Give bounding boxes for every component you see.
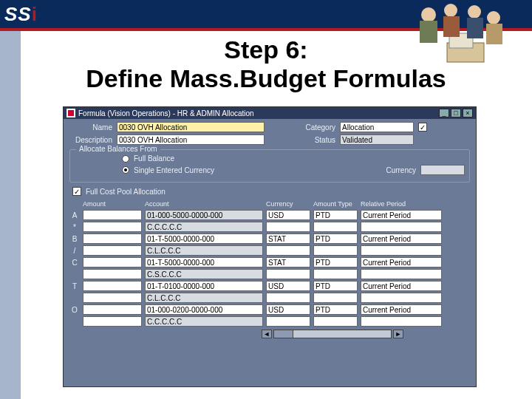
window-title: Formula (Vision Operations) - HR & ADMIN… (78, 109, 437, 117)
full-balance-radio[interactable] (122, 155, 129, 163)
amount-cell[interactable] (83, 281, 142, 291)
amount-cell[interactable] (83, 245, 142, 256)
period-cell[interactable]: Current Period (361, 210, 442, 220)
col-currency: Currency (266, 200, 310, 208)
account-cell[interactable]: 01-000-5000-0000-000 (145, 210, 263, 220)
account-cell[interactable]: C.L.C.C.C (145, 293, 263, 303)
currency-cell[interactable] (266, 245, 310, 256)
currency-cell[interactable]: USD (266, 210, 310, 220)
period-cell[interactable] (361, 245, 442, 256)
minimize-button[interactable]: _ (439, 109, 449, 117)
category-field[interactable]: Allocation (340, 122, 414, 132)
allocate-legend: Allocate Balances From (76, 145, 160, 153)
account-cell[interactable]: 01-T-0100-0000-000 (145, 281, 263, 291)
type-cell[interactable]: PTD (313, 281, 358, 291)
single-entered-label: Single Entered Currency (134, 166, 252, 174)
full-cost-checkbox[interactable]: ✓ (72, 187, 81, 196)
period-cell[interactable] (361, 316, 442, 327)
scroll-left-button[interactable]: ◄ (262, 330, 272, 338)
left-strip (0, 31, 21, 399)
type-cell[interactable]: PTD (313, 304, 358, 315)
scroll-track[interactable] (273, 330, 392, 338)
row-lab: * (69, 223, 80, 231)
people-illustration (406, 0, 510, 66)
currency-cell[interactable] (266, 269, 310, 279)
amount-cell[interactable] (83, 304, 142, 315)
row-lab: T (69, 282, 80, 290)
category-checkbox[interactable]: ✓ (418, 123, 427, 132)
account-cell[interactable]: C.C.C.C.C (145, 316, 263, 327)
type-cell[interactable] (313, 222, 358, 232)
single-entered-radio[interactable] (122, 166, 129, 174)
type-cell[interactable] (313, 269, 358, 279)
allocate-section: Allocate Balances From Full Balance Sing… (69, 149, 470, 183)
account-cell[interactable]: C.L.C.C.C (145, 245, 263, 256)
scroll-right-button[interactable]: ► (393, 330, 403, 338)
title-line-2: Define Mass.Budget Formulas (7, 64, 525, 93)
scroll-thumb[interactable] (274, 330, 293, 338)
row-lab: O (69, 306, 80, 314)
col-amount-type: Amount Type (313, 200, 358, 208)
amount-cell[interactable] (83, 233, 142, 244)
formula-window: Formula (Vision Operations) - HR & ADMIN… (63, 106, 477, 387)
account-cell[interactable]: C.S.C.C.C (145, 269, 263, 279)
svg-point-4 (444, 4, 457, 17)
svg-rect-7 (467, 18, 483, 38)
currency-label: Currency (386, 166, 416, 174)
full-balance-label: Full Balance (134, 154, 174, 163)
account-cell[interactable]: 01-T-5000-0000-000 (145, 257, 263, 267)
category-label: Category (269, 123, 335, 132)
window-icon (66, 109, 75, 117)
amount-cell[interactable] (83, 269, 142, 279)
type-cell[interactable] (313, 316, 358, 327)
name-field[interactable]: 0030 OVH Allocation (117, 122, 265, 132)
period-cell[interactable] (361, 293, 442, 303)
logo: SSi (4, 3, 38, 26)
horizontal-scrollbar[interactable]: ◄ ► (262, 330, 470, 338)
row-lab: B (69, 235, 80, 243)
amount-cell[interactable] (83, 316, 142, 327)
type-cell[interactable] (313, 293, 358, 303)
status-label: Status (269, 136, 335, 144)
slide: SSi Step 6: Define Mass.Budget Formulas … (0, 0, 532, 399)
row-lab: C (69, 259, 80, 267)
row-lab: / (69, 247, 80, 255)
currency-cell[interactable] (266, 222, 310, 232)
amount-cell[interactable] (83, 257, 142, 267)
currency-cell[interactable]: USD (266, 304, 310, 315)
svg-point-8 (487, 11, 500, 24)
type-cell[interactable]: PTD (313, 257, 358, 267)
amount-cell[interactable] (83, 222, 142, 232)
period-cell[interactable]: Current Period (361, 281, 442, 291)
amount-cell[interactable] (83, 210, 142, 220)
type-cell[interactable] (313, 245, 358, 256)
amount-cell[interactable] (83, 293, 142, 303)
currency-cell[interactable]: USD (266, 281, 310, 291)
col-amount: Amount (83, 200, 142, 208)
close-button[interactable]: × (463, 109, 473, 117)
currency-cell[interactable]: STAT (266, 233, 310, 244)
description-field[interactable]: 0030 OVH Allocation (117, 134, 265, 145)
account-cell[interactable]: 01-T-5000-0000-000 (145, 233, 263, 244)
account-cell[interactable]: 01-000-0200-0000-000 (145, 304, 263, 315)
period-cell[interactable]: Current Period (361, 233, 442, 244)
svg-rect-5 (443, 16, 460, 37)
period-cell[interactable]: Current Period (361, 304, 442, 315)
period-cell[interactable]: Current Period (361, 257, 442, 267)
currency-cell[interactable]: STAT (266, 257, 310, 267)
form-body: Name 0030 OVH Allocation Category Alloca… (64, 119, 476, 341)
currency-cell[interactable] (266, 316, 310, 327)
full-cost-label: Full Cost Pool Allocation (86, 188, 166, 196)
svg-point-2 (421, 7, 436, 22)
window-titlebar[interactable]: Formula (Vision Operations) - HR & ADMIN… (64, 107, 476, 119)
row-lab: A (69, 211, 80, 219)
period-cell[interactable] (361, 222, 442, 232)
description-label: Description (69, 136, 112, 144)
currency-cell[interactable] (266, 293, 310, 303)
maximize-button[interactable]: □ (451, 109, 461, 117)
currency-field[interactable] (420, 165, 465, 175)
account-cell[interactable]: C.C.C.C.C (145, 222, 263, 232)
type-cell[interactable]: PTD (313, 210, 358, 220)
type-cell[interactable]: PTD (313, 233, 358, 244)
period-cell[interactable] (361, 269, 442, 279)
